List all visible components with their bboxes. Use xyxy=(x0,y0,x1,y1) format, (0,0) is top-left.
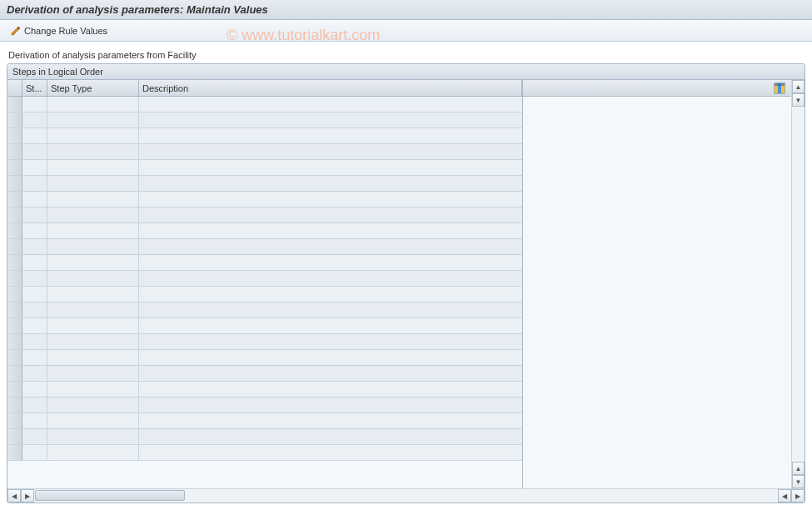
row-selector[interactable] xyxy=(7,350,22,365)
cell-st[interactable] xyxy=(22,255,47,270)
row-selector[interactable] xyxy=(7,302,22,318)
cell-st[interactable] xyxy=(22,413,47,428)
row-selector[interactable] xyxy=(7,445,22,460)
cell-description[interactable] xyxy=(139,302,522,318)
cell-st[interactable] xyxy=(22,160,47,175)
row-selector[interactable] xyxy=(7,176,22,191)
cell-description[interactable] xyxy=(139,287,522,302)
cell-steptype[interactable] xyxy=(47,160,139,175)
table-row[interactable] xyxy=(7,208,522,223)
cell-description[interactable] xyxy=(139,445,522,460)
table-row[interactable] xyxy=(7,176,522,192)
hscroll-track[interactable] xyxy=(35,489,777,502)
table-row[interactable] xyxy=(7,413,522,429)
vertical-scrollbar[interactable]: ▲ ▼ ▲ ▼ xyxy=(791,80,805,488)
cell-steptype[interactable] xyxy=(47,429,139,444)
cell-steptype[interactable] xyxy=(47,287,139,302)
hscroll-right-button[interactable]: ▶ xyxy=(21,489,34,502)
cell-steptype[interactable] xyxy=(47,398,139,412)
table-row[interactable] xyxy=(7,382,522,398)
table-row[interactable] xyxy=(7,97,522,112)
cell-steptype[interactable] xyxy=(47,413,139,428)
cell-st[interactable] xyxy=(22,382,47,397)
cell-steptype[interactable] xyxy=(47,318,139,333)
cell-description[interactable] xyxy=(139,382,522,397)
table-row[interactable] xyxy=(7,350,522,366)
cell-steptype[interactable] xyxy=(47,144,139,159)
row-selector[interactable] xyxy=(7,366,22,381)
row-selector[interactable] xyxy=(7,413,22,428)
table-row[interactable] xyxy=(7,192,522,208)
table-row[interactable] xyxy=(7,271,522,287)
scroll-up-button-bottom[interactable]: ▲ xyxy=(792,462,805,475)
cell-description[interactable] xyxy=(139,192,522,207)
table-row[interactable] xyxy=(7,144,522,160)
cell-st[interactable] xyxy=(22,239,47,254)
row-selector[interactable] xyxy=(7,97,22,112)
cell-steptype[interactable] xyxy=(47,176,139,191)
cell-description[interactable] xyxy=(139,208,522,222)
column-header-st[interactable]: St... xyxy=(22,80,47,96)
table-row[interactable] xyxy=(7,334,522,350)
cell-st[interactable] xyxy=(22,144,47,159)
cell-st[interactable] xyxy=(22,429,47,444)
row-selector[interactable] xyxy=(7,239,22,254)
hscroll-left-button[interactable]: ◀ xyxy=(7,489,21,502)
table-settings-button[interactable] xyxy=(773,82,786,95)
cell-st[interactable] xyxy=(22,445,47,460)
row-selector[interactable] xyxy=(7,112,22,128)
cell-description[interactable] xyxy=(139,429,522,444)
table-row[interactable] xyxy=(7,366,522,382)
row-selector[interactable] xyxy=(7,382,22,397)
cell-description[interactable] xyxy=(139,239,522,254)
column-header-description[interactable]: Description xyxy=(139,80,522,96)
table-row[interactable] xyxy=(7,128,522,144)
cell-steptype[interactable] xyxy=(47,350,139,365)
cell-st[interactable] xyxy=(22,176,47,191)
row-selector[interactable] xyxy=(7,334,22,349)
table-row[interactable] xyxy=(7,287,522,302)
cell-description[interactable] xyxy=(139,318,522,333)
table-row[interactable] xyxy=(7,160,522,176)
cell-steptype[interactable] xyxy=(47,255,139,270)
cell-description[interactable] xyxy=(139,223,522,238)
hscroll-right-button-end[interactable]: ▶ xyxy=(791,489,805,502)
cell-steptype[interactable] xyxy=(47,302,139,318)
column-header-steptype[interactable]: Step Type xyxy=(47,80,139,96)
cell-steptype[interactable] xyxy=(47,334,139,349)
cell-st[interactable] xyxy=(22,366,47,381)
cell-steptype[interactable] xyxy=(47,239,139,254)
cell-st[interactable] xyxy=(22,271,47,286)
cell-st[interactable] xyxy=(22,318,47,333)
row-selector[interactable] xyxy=(7,128,22,143)
row-selector[interactable] xyxy=(7,255,22,270)
cell-description[interactable] xyxy=(139,413,522,428)
scroll-up-button[interactable]: ▲ xyxy=(792,80,805,93)
cell-st[interactable] xyxy=(22,334,47,349)
cell-st[interactable] xyxy=(22,112,47,128)
cell-description[interactable] xyxy=(139,366,522,381)
row-selector[interactable] xyxy=(7,160,22,175)
cell-st[interactable] xyxy=(22,97,47,112)
cell-steptype[interactable] xyxy=(47,128,139,143)
hscroll-left-button-end[interactable]: ◀ xyxy=(778,489,791,502)
table-row[interactable] xyxy=(7,429,522,445)
row-selector[interactable] xyxy=(7,192,22,207)
table-row[interactable] xyxy=(7,302,522,318)
cell-description[interactable] xyxy=(139,128,522,143)
cell-st[interactable] xyxy=(22,350,47,365)
cell-description[interactable] xyxy=(139,255,522,270)
cell-steptype[interactable] xyxy=(47,271,139,286)
table-row[interactable] xyxy=(7,255,522,271)
cell-steptype[interactable] xyxy=(47,223,139,238)
scroll-down-button[interactable]: ▼ xyxy=(792,93,805,107)
cell-description[interactable] xyxy=(139,112,522,128)
cell-steptype[interactable] xyxy=(47,445,139,460)
cell-steptype[interactable] xyxy=(47,208,139,222)
cell-st[interactable] xyxy=(22,192,47,207)
cell-steptype[interactable] xyxy=(47,97,139,112)
cell-steptype[interactable] xyxy=(47,382,139,397)
row-selector[interactable] xyxy=(7,144,22,159)
cell-st[interactable] xyxy=(22,287,47,302)
change-rule-values-button[interactable]: Change Rule Values xyxy=(3,23,115,38)
